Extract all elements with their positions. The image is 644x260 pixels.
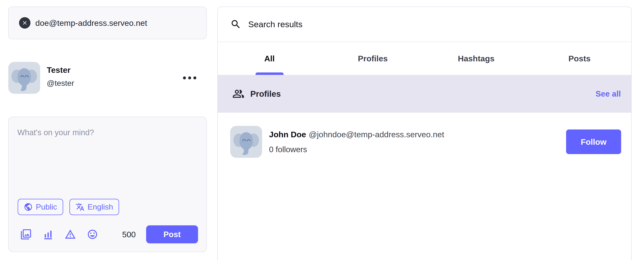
user-handle: @tester xyxy=(47,78,74,88)
result-texts: John Doe @johndoe@temp-address.serveo.ne… xyxy=(269,129,444,154)
emoji-icon xyxy=(87,229,98,240)
search-clear-button[interactable] xyxy=(19,17,30,29)
post-button[interactable]: Post xyxy=(146,225,198,243)
translate-icon xyxy=(76,202,84,211)
results-tabs: All Profiles Hashtags Posts xyxy=(218,42,631,75)
search-icon xyxy=(230,19,241,30)
tab-profiles[interactable]: Profiles xyxy=(321,42,424,75)
tab-all[interactable]: All xyxy=(218,42,321,75)
profile-result-row[interactable]: John Doe @johndoe@temp-address.serveo.ne… xyxy=(218,113,631,158)
language-label: English xyxy=(88,202,113,211)
search-box xyxy=(8,7,207,39)
active-tab-indicator xyxy=(256,73,284,75)
add-media-button[interactable] xyxy=(20,228,32,240)
tab-hashtags[interactable]: Hashtags xyxy=(424,42,528,75)
warning-icon xyxy=(64,229,76,240)
compose-placeholder: What's on your mind? xyxy=(17,128,94,137)
add-poll-button[interactable] xyxy=(42,228,54,240)
profiles-section-label: Profiles xyxy=(250,89,281,99)
display-name: Tester xyxy=(47,65,74,75)
character-count: 500 xyxy=(122,230,136,239)
tab-profiles-label: Profiles xyxy=(358,54,388,63)
see-all-link[interactable]: See all xyxy=(596,89,621,98)
tab-hashtags-label: Hashtags xyxy=(458,54,494,63)
language-button[interactable]: English xyxy=(70,199,119,215)
search-results-panel: Search results All Profiles Hashtags Pos… xyxy=(218,7,632,260)
compose-actions-row: 500 Post xyxy=(9,225,206,243)
people-icon xyxy=(232,88,244,100)
compose-options-row: Public English xyxy=(18,199,119,215)
current-user-card: Tester @tester xyxy=(8,62,207,94)
emoji-button[interactable] xyxy=(86,228,98,240)
tab-posts[interactable]: Posts xyxy=(528,42,631,75)
compose-form[interactable]: What's on your mind? Public English xyxy=(8,117,207,252)
kebab-icon xyxy=(183,76,196,79)
profile-names: Tester @tester xyxy=(47,62,74,94)
privacy-button[interactable]: Public xyxy=(18,199,63,215)
more-options-button[interactable] xyxy=(181,75,198,81)
tab-posts-label: Posts xyxy=(568,54,591,63)
globe-icon xyxy=(24,202,33,211)
result-display-name: John Doe xyxy=(269,129,306,140)
image-icon xyxy=(20,229,32,240)
privacy-label: Public xyxy=(36,202,57,211)
content-warning-button[interactable] xyxy=(64,228,76,240)
follow-button[interactable]: Follow xyxy=(566,129,621,154)
result-followers-count: 0 followers xyxy=(269,144,444,154)
elephant-avatar xyxy=(8,62,40,94)
tab-all-label: All xyxy=(264,54,274,63)
profiles-section-header: Profiles See all xyxy=(218,75,631,113)
results-title: Search results xyxy=(248,20,302,29)
search-input[interactable] xyxy=(35,18,200,28)
results-header: Search results xyxy=(218,7,631,42)
result-handle: @johndoe@temp-address.serveo.net xyxy=(309,129,444,140)
close-icon xyxy=(22,20,28,26)
poll-icon xyxy=(42,229,54,240)
elephant-avatar xyxy=(230,126,262,158)
